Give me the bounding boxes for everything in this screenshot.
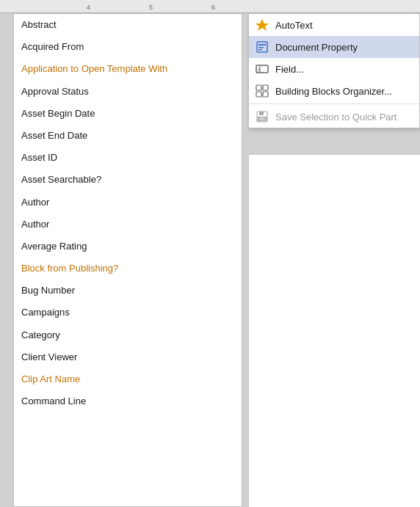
property-item-clip-art-name[interactable]: Clip Art Name (14, 368, 242, 390)
svg-rect-11 (263, 92, 268, 97)
svg-rect-2 (258, 44, 266, 45)
field-label: Field... (275, 64, 304, 75)
property-item-asset-searchable[interactable]: Asset Searchable? (14, 169, 242, 191)
svg-rect-15 (259, 117, 265, 120)
dropdown-item-autotext[interactable]: AutoText (249, 14, 419, 36)
svg-rect-4 (258, 49, 262, 51)
dropdown-menu: AutoText Document Property f Field... (248, 13, 420, 128)
property-item-category[interactable]: Category (14, 324, 242, 346)
menu-divider (249, 103, 419, 104)
property-item-bug-number[interactable]: Bug Number (14, 280, 242, 302)
dropdown-item-field[interactable]: f Field... (249, 58, 419, 80)
ruler-mark-5: 5 (149, 4, 153, 11)
dropdown-item-save-selection: Save Selection to Quick Part (249, 106, 419, 128)
save-icon (255, 109, 269, 124)
ruler-mark-6: 6 (211, 4, 215, 11)
property-item-average-rating[interactable]: Average Rating (14, 236, 242, 258)
svg-rect-13 (259, 112, 264, 115)
save-selection-label: Save Selection to Quick Part (275, 112, 397, 123)
property-item-asset-id[interactable]: Asset ID (14, 147, 242, 169)
svg-rect-10 (256, 92, 261, 97)
svg-marker-0 (256, 19, 269, 31)
ruler-mark-4: 4 (87, 4, 90, 11)
dropdown-item-building-blocks[interactable]: Building Blocks Organizer... (249, 80, 419, 102)
property-item-approval-status[interactable]: Approval Status (14, 81, 242, 103)
property-item-campaigns[interactable]: Campaigns (14, 302, 242, 324)
property-item-author-2[interactable]: Author (14, 214, 242, 236)
property-item-block-from-publishing[interactable]: Block from Publishing? (14, 258, 242, 280)
building-blocks-icon (255, 84, 269, 98)
ruler: 4 5 6 (0, 0, 420, 13)
document-property-icon (255, 40, 269, 54)
property-item-acquired-from[interactable]: Acquired From (14, 36, 242, 58)
svg-rect-8 (256, 85, 261, 90)
autotext-label: AutoText (275, 20, 313, 31)
property-item-asset-end-date[interactable]: Asset End Date (14, 125, 242, 147)
property-item-application[interactable]: Application to Open Template With (14, 58, 242, 80)
svg-rect-9 (263, 85, 268, 90)
dropdown-item-document-property[interactable]: Document Property (249, 36, 419, 58)
property-item-client-viewer[interactable]: Client Viewer (14, 346, 242, 368)
building-blocks-label: Building Blocks Organizer... (275, 86, 392, 97)
document-body (248, 154, 420, 507)
property-item-command-line[interactable]: Command Line (14, 390, 242, 412)
property-list-scroll[interactable]: Abstract Acquired From Application to Op… (14, 14, 242, 506)
property-list-panel: Abstract Acquired From Application to Op… (13, 13, 242, 507)
svg-rect-3 (258, 47, 264, 48)
autotext-icon (255, 18, 269, 32)
property-item-abstract[interactable]: Abstract (14, 14, 242, 36)
document-property-label: Document Property (275, 42, 358, 53)
property-item-asset-begin-date[interactable]: Asset Begin Date (14, 103, 242, 125)
property-item-author-1[interactable]: Author (14, 192, 242, 214)
field-icon: f (255, 62, 269, 76)
